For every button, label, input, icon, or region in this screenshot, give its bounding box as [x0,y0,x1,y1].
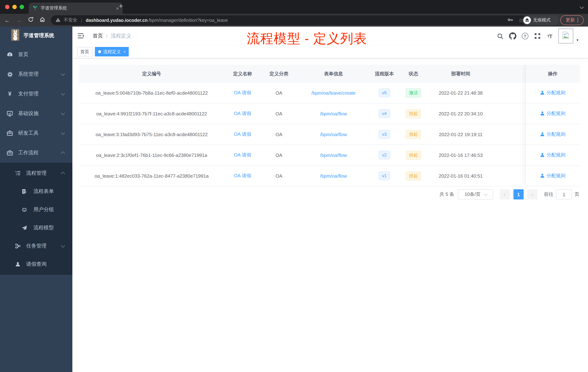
app-logo[interactable]: 芋道管理系统 [0,27,72,45]
status-badge: 挂起 [406,109,421,118]
assign-rule-link[interactable]: 分配规则 [540,131,566,138]
sidebar-item-process-form[interactable]: 流程表单 [0,182,72,201]
status-badge: 挂起 [406,171,421,180]
page-size-select[interactable]: 10条/页 [458,189,493,199]
help-icon[interactable]: ? [521,32,529,40]
column-header: 定义分类 [261,70,297,77]
sidebar: 芋道管理系统 首页 系统管理 ¥ 支付管理 [0,27,72,372]
url-domain[interactable]: dashboard.yudao.iocoder.cn [86,18,148,23]
gear-icon [7,71,13,77]
deploy-time: 2022-01-22 19:19:11 [428,131,525,137]
form-link[interactable]: /bpm/oa/flow [320,173,347,178]
tag-label: 流程定义 [103,49,121,55]
pagination-total: 共 5 条 [440,191,454,198]
home-icon[interactable] [39,16,45,24]
window-controls[interactable] [5,5,24,9]
deploy-time: 2022-01-16 17:46:53 [428,152,525,158]
sidebar-item-process-model[interactable]: 流程模型 [0,219,72,237]
assign-rule-link[interactable]: 分配规则 [540,152,566,158]
url-divider: | [81,18,82,23]
close-window-button[interactable] [5,5,10,9]
definition-name-link[interactable]: OA 请假 [234,111,251,116]
sidebar-item-label: 请假查询 [26,261,47,268]
tab-search-chevron-icon[interactable] [580,5,584,9]
forward-icon[interactable]: → [16,17,22,24]
form-link[interactable]: /bpm/oa/flow [320,111,347,116]
chevron-up-icon [61,152,65,156]
browser-menu-icon[interactable] [577,18,578,22]
sidebar-item-home[interactable]: 首页 [0,45,72,65]
org-tree-icon [15,243,21,249]
assign-rule-link[interactable]: 分配规则 [540,89,566,96]
form-link[interactable]: /bpm/oa/flow [320,152,347,158]
browser-update-button[interactable]: 更新 [560,15,584,25]
sidebar-item-label: 流程模型 [33,225,54,231]
sidebar-item-label: 系统管理 [18,71,39,77]
list-tree-icon [15,170,21,176]
form-link[interactable]: /bpm/oa/flow [320,131,347,137]
minimize-window-button[interactable] [12,5,17,9]
sidebar-item-user-group[interactable]: 用户分组 [0,201,72,219]
user-icon [540,153,545,157]
tag-process-definition[interactable]: 流程定义 × [95,47,129,56]
goto-page-input[interactable] [556,189,572,199]
sidebar-item-infra[interactable]: 基础设施 [0,104,72,123]
app-title: 芋道管理系统 [24,33,54,39]
definition-id: oa_leave:5:004b710b-7b8a-11ec-8ef0-acde4… [79,90,224,96]
chevron-down-icon [61,131,65,135]
column-header: 部署时间 [428,70,525,77]
tab-close-icon[interactable]: × [116,5,119,11]
assign-rule-link[interactable]: 分配规则 [540,110,566,117]
sidebar-item-payment[interactable]: ¥ 支付管理 [0,84,72,104]
new-tab-button[interactable]: + [119,2,123,10]
sidebar-item-process-management[interactable]: 流程管理 [0,164,72,182]
next-page-button[interactable]: › [527,189,537,199]
definition-category: OA [261,111,297,116]
chevron-down-icon [484,192,487,196]
assign-rule-link[interactable]: 分配规则 [540,173,566,179]
browser-tab-strip: 芋道管理系统 × + [0,0,588,14]
form-link[interactable]: /bpm/oa/leave/create [311,90,356,96]
chevron-down-icon [61,72,65,76]
tag-label: 首页 [80,49,89,55]
definition-id: oa_leave:1:482ec033-762a-11ec-8477-a2380… [79,173,224,178]
sidebar-item-devtools[interactable]: 研发工具 [0,123,72,143]
prev-page-button[interactable]: ‹ [500,189,510,199]
fullscreen-icon[interactable] [534,32,541,40]
page-number-button[interactable]: 1 [514,189,524,199]
sidebar-fold-icon[interactable] [78,33,84,40]
back-icon[interactable]: ← [4,17,10,24]
definition-name-link[interactable]: OA 请假 [234,131,251,137]
sidebar-item-system[interactable]: 系统管理 [0,65,72,84]
sidebar-item-label: 基础设施 [18,110,39,117]
definition-name-link[interactable]: OA 请假 [234,90,251,95]
github-icon[interactable] [509,32,516,40]
avatar[interactable] [558,28,573,44]
tag-home[interactable]: 首页 [77,47,92,56]
search-icon[interactable] [496,32,504,40]
security-warning-icon[interactable] [55,17,61,23]
url-bar[interactable]: 不安全 | dashboard.yudao.iocoder.cn /bpm/ma… [51,15,528,25]
sidebar-item-leave-query[interactable]: 请假查询 [0,255,72,273]
sidebar-item-task-management[interactable]: 任务管理 [0,237,72,255]
sidebar-item-workflow[interactable]: 工作流程 [0,143,72,163]
avatar-caret-icon[interactable]: ▼ [576,38,579,42]
tag-close-icon[interactable]: × [123,50,126,54]
breadcrumb-home[interactable]: 首页 [93,33,103,39]
password-key-icon[interactable] [507,17,513,24]
url-path[interactable]: /bpm/manager/definition?key=oa_leave [148,18,228,23]
chevron-down-icon [61,111,65,115]
zoom-window-button[interactable] [20,5,24,9]
definition-name-link[interactable]: OA 请假 [234,152,251,158]
dashboard-icon [7,51,13,58]
user-icon [540,132,545,137]
definition-name-link[interactable]: OA 请假 [234,173,251,178]
font-size-icon[interactable]: TT [546,32,554,40]
security-label[interactable]: 不安全 [64,17,77,23]
browser-tab[interactable]: 芋道管理系统 × [29,2,123,14]
reload-icon[interactable] [28,16,34,24]
screen: 芋道管理系统 × + ← → 不安全 | dashboard.yudao.ioc… [0,0,588,372]
table-row: oa_leave:4:991f2193-7b7f-11ec-a3c8-acde4… [79,103,580,124]
column-header: 定义名称 [224,70,261,77]
active-dot-icon [98,50,101,53]
